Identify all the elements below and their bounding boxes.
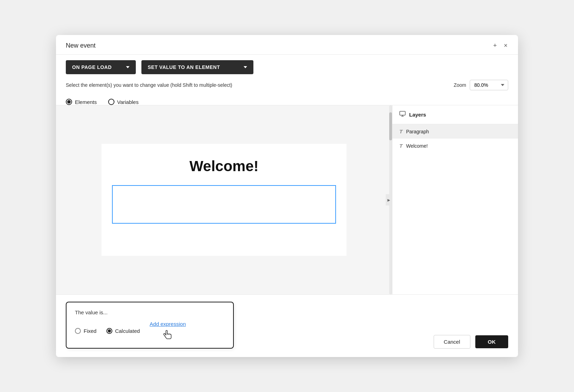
layers-header: Layers: [392, 105, 518, 124]
close-icon: ×: [504, 42, 507, 49]
description-row: Select the element(s) you want to change…: [56, 80, 518, 94]
cursor-hand-icon: [162, 328, 174, 341]
add-icon-button[interactable]: +: [492, 41, 498, 50]
canvas-area: Welcome!: [56, 105, 392, 294]
text-type-icon-welcome: T: [399, 143, 402, 149]
value-card: The value is... Fixed Calculated Add exp…: [66, 302, 234, 349]
bottom-actions: Cancel OK: [434, 335, 508, 349]
variables-radio-circle: [108, 99, 114, 105]
layers-title: Layers: [409, 112, 426, 118]
variables-label: Variables: [117, 99, 139, 105]
elements-radio[interactable]: Elements: [66, 99, 97, 105]
zoom-select[interactable]: 80.0% 50.0% 100.0% 150.0%: [470, 80, 508, 90]
modal-header: New event + ×: [56, 35, 518, 55]
fixed-label: Fixed: [84, 328, 97, 334]
action-label: SET VALUE TO AN ELEMENT: [148, 64, 220, 70]
elements-radio-circle: [66, 99, 72, 105]
svg-rect-0: [400, 111, 405, 115]
plus-icon: +: [493, 42, 497, 49]
fixed-radio[interactable]: Fixed: [75, 328, 97, 334]
value-card-title: The value is...: [75, 309, 223, 315]
layer-label-welcome: Welcome!: [406, 143, 428, 149]
panel-toggle-arrow[interactable]: ▶: [386, 194, 392, 205]
text-type-icon-paragraph: T: [399, 128, 402, 134]
fixed-radio-circle: [75, 328, 81, 334]
scrollbar-thumb[interactable]: [389, 112, 392, 140]
ok-button[interactable]: OK: [475, 335, 509, 348]
calculated-label: Calculated: [115, 328, 140, 334]
layer-label-paragraph: Paragraph: [406, 129, 429, 134]
description-text: Select the element(s) you want to change…: [66, 82, 232, 88]
calculated-radio[interactable]: Calculated: [106, 328, 140, 334]
zoom-label: Zoom: [454, 82, 466, 88]
monitor-icon: [399, 111, 406, 118]
trigger-label: ON PAGE LOAD: [72, 64, 112, 70]
selected-element-box[interactable]: [112, 185, 336, 224]
elements-label: Elements: [75, 99, 97, 105]
cancel-button[interactable]: Cancel: [434, 335, 470, 349]
layers-panel: Layers T Paragraph T Welcome!: [392, 105, 518, 294]
header-icons: + ×: [492, 41, 508, 50]
layer-item-paragraph[interactable]: T Paragraph: [392, 124, 518, 139]
welcome-text: Welcome!: [189, 158, 259, 175]
value-options-row: Fixed Calculated Add expression: [75, 321, 223, 341]
action-dropdown[interactable]: SET VALUE TO AN ELEMENT: [141, 60, 253, 74]
bottom-panel: The value is... Fixed Calculated Add exp…: [56, 294, 518, 357]
main-content: Welcome! ▶ Layers T Paragraph: [56, 105, 518, 294]
calculated-radio-circle: [106, 328, 112, 334]
trigger-chevron-icon: [126, 66, 130, 68]
action-chevron-icon: [244, 66, 247, 68]
add-expression-container: Add expression: [150, 321, 186, 341]
canvas-inner: Welcome!: [102, 144, 346, 256]
zoom-section: Zoom 80.0% 50.0% 100.0% 150.0%: [454, 80, 508, 90]
add-expression-button[interactable]: Add expression: [150, 321, 186, 327]
layer-item-welcome[interactable]: T Welcome!: [392, 139, 518, 153]
trigger-dropdown[interactable]: ON PAGE LOAD: [66, 60, 136, 74]
close-icon-button[interactable]: ×: [503, 41, 508, 50]
variables-radio[interactable]: Variables: [108, 99, 139, 105]
modal-title: New event: [66, 42, 96, 49]
modal-dialog: New event + × ON PAGE LOAD SET VALUE TO …: [56, 35, 518, 357]
selection-type-row: Elements Variables: [56, 94, 518, 105]
toolbar-row: ON PAGE LOAD SET VALUE TO AN ELEMENT: [56, 55, 518, 80]
